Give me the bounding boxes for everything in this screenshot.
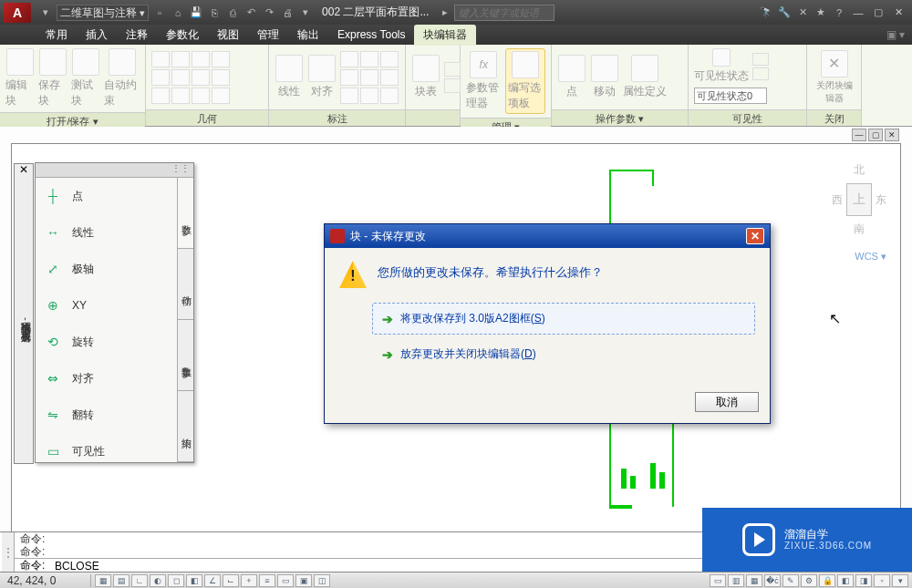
tool-param-manager[interactable]: fx参数管理器 (466, 51, 502, 111)
clean-toggle[interactable]: ▫ (874, 574, 890, 587)
qat-plot-icon[interactable]: ⎙ (224, 5, 241, 21)
tool-block-table[interactable]: 块表 (411, 55, 440, 99)
qat-save-icon[interactable]: 💾 (188, 5, 204, 21)
workspace-selector[interactable]: 二维草图与注释 ▾ (57, 5, 149, 21)
qat-new-icon[interactable]: ▫ (151, 5, 168, 21)
window-restore-button[interactable]: ▢ (869, 5, 887, 20)
tab-insert[interactable]: 插入 (77, 25, 117, 46)
doc-restore-button[interactable]: ▢ (868, 129, 883, 141)
tool-point[interactable]: 点 (557, 55, 586, 99)
visibility-state-combo[interactable] (694, 88, 767, 104)
palette-item-flip[interactable]: ⇋翻转 (36, 397, 177, 433)
dim-grid[interactable] (340, 51, 399, 104)
dialog-close-button[interactable]: ✕ (746, 228, 764, 244)
tab-output[interactable]: 输出 (288, 25, 328, 46)
palette-item-visibility[interactable]: ▭可见性 (36, 433, 177, 462)
dialog-cancel-button[interactable]: 取消 (695, 392, 759, 412)
qp-toggle[interactable]: ▣ (295, 574, 312, 587)
tab-annotate[interactable]: 注释 (117, 25, 157, 46)
ducs-toggle[interactable]: ⌙ (223, 574, 239, 587)
layout-toggle[interactable]: ▥ (728, 574, 744, 587)
tab-parametric[interactable]: 参数化 (157, 25, 208, 46)
window-close-button[interactable]: ✕ (889, 5, 907, 20)
dialog-option-save[interactable]: ➔ 将更改保存到 3.0版A2图框(S) (372, 303, 755, 335)
qat-dropdown-icon[interactable]: ▾ (37, 5, 54, 21)
side-tab-constraints[interactable]: 约束 (178, 391, 193, 462)
tpy-toggle[interactable]: ▭ (277, 574, 294, 587)
snap-toggle[interactable]: ▦ (95, 574, 111, 587)
dialog-titlebar[interactable]: 块 - 未保存更改 ✕ (325, 224, 770, 248)
geometry-grid[interactable] (151, 51, 230, 104)
tab-view[interactable]: 视图 (208, 25, 248, 46)
palette-item-point[interactable]: ┼点 (36, 178, 177, 214)
palette-close-icon[interactable]: ✕ (14, 161, 34, 178)
tool-auto-constrain[interactable]: 自动约束 (104, 48, 140, 108)
dialog-option-discard[interactable]: ➔ 放弃更改并关闭块编辑器(D) (372, 338, 755, 370)
side-tab-param-sets[interactable]: 参数集 (178, 320, 193, 391)
tool-attr-def[interactable]: 属性定义 (623, 55, 667, 99)
view-cube[interactable]: 北 西 上 东 南 (832, 162, 886, 237)
favorite-icon[interactable]: ★ (813, 5, 829, 21)
qv-toggle[interactable]: ▦ (746, 574, 762, 587)
tab-common[interactable]: 常用 (36, 25, 77, 46)
cube-west[interactable]: 西 (832, 192, 843, 208)
qat-redo-icon[interactable]: ↷ (261, 5, 277, 21)
ws-toggle[interactable]: ⚙ (801, 574, 817, 587)
osnap-toggle[interactable]: ◻ (168, 574, 184, 587)
palette-item-xy[interactable]: ⊕XY (36, 287, 177, 324)
side-tab-params[interactable]: 参数 (178, 178, 193, 249)
panel-label[interactable]: 标注 (269, 109, 405, 126)
model-toggle[interactable]: ▭ (710, 574, 726, 587)
ribbon-collapse-icon[interactable]: ▣ ▾ (886, 28, 912, 41)
app-logo[interactable]: A (4, 3, 31, 23)
grid-toggle[interactable]: ▤ (113, 574, 130, 587)
palette-header[interactable]: ⋮⋮ (36, 163, 193, 178)
qat-print-icon[interactable]: 🖨 (279, 5, 295, 21)
help-icon[interactable]: ? (831, 5, 847, 21)
panel-label[interactable]: 操作参数 ▾ (552, 109, 688, 126)
tool-edit-block[interactable]: 编辑块 (5, 48, 35, 108)
key-icon[interactable]: 🔧 (776, 5, 793, 21)
hw-toggle[interactable]: ◧ (837, 574, 854, 587)
polar-toggle[interactable]: ◐ (150, 574, 166, 587)
doc-close-button[interactable]: ✕ (885, 129, 899, 141)
block-authoring-palette[interactable]: 块编写选项板 - 所有选项板 ✕ ⋮⋮ ┼点 ↔线性 ⤢极轴 ⊕XY ⟲旋转 ⇔… (35, 162, 194, 463)
tool-vis-state[interactable]: 可见性状态 (694, 48, 749, 84)
title-arrow-icon[interactable]: ▸ (437, 5, 453, 21)
palette-item-align[interactable]: ⇔对齐 (36, 360, 177, 397)
qat-open-icon[interactable]: ⌂ (170, 5, 186, 21)
cube-south[interactable]: 南 (832, 222, 886, 237)
binoculars-icon[interactable]: 🔭 (758, 5, 774, 21)
tray-toggle[interactable]: ▾ (892, 574, 908, 587)
osnap3d-toggle[interactable]: ◧ (186, 574, 202, 587)
tab-block-editor[interactable]: 块编辑器 (414, 25, 476, 46)
dyn-toggle[interactable]: + (241, 574, 257, 587)
tool-save-block[interactable]: 保存块 (38, 48, 67, 108)
doc-minimize-button[interactable]: — (852, 129, 866, 141)
tool-aligned-dim[interactable]: 对齐 (307, 55, 337, 99)
qat-saveas-icon[interactable]: ⎘ (206, 5, 223, 21)
iso-toggle[interactable]: ◨ (855, 574, 872, 587)
palette-item-linear[interactable]: ↔线性 (36, 214, 177, 251)
command-handle-icon[interactable]: ⋮ (2, 532, 15, 572)
coordinates-readout[interactable]: 42, 424, 0 (0, 574, 91, 587)
cube-north[interactable]: 北 (832, 162, 886, 178)
ann-vis-toggle[interactable]: ✎ (782, 574, 799, 587)
window-minimize-button[interactable]: — (849, 5, 867, 20)
exchange-icon[interactable]: ✕ (794, 5, 811, 21)
tool-authoring-palette[interactable]: 编写选项板 (505, 48, 546, 114)
tool-linear-dim[interactable]: 线性 (275, 55, 304, 99)
sc-toggle[interactable]: ◫ (314, 574, 330, 587)
palette-title-tab[interactable]: 块编写选项板 - 所有选项板 (14, 163, 34, 464)
cube-face[interactable]: 上 (846, 183, 872, 216)
tool-test-block[interactable]: 测试块 (71, 48, 100, 108)
lwt-toggle[interactable]: ≡ (259, 574, 275, 587)
wcs-label[interactable]: WCS ▾ (855, 251, 886, 263)
cube-east[interactable]: 东 (876, 192, 886, 208)
lock-toggle[interactable]: 🔒 (819, 574, 835, 587)
ortho-toggle[interactable]: ∟ (131, 574, 148, 587)
tab-express[interactable]: Express Tools (328, 26, 414, 44)
palette-item-polar[interactable]: ⤢极轴 (36, 251, 177, 287)
palette-item-rotate[interactable]: ⟲旋转 (36, 324, 177, 360)
help-search-input[interactable] (454, 5, 554, 21)
